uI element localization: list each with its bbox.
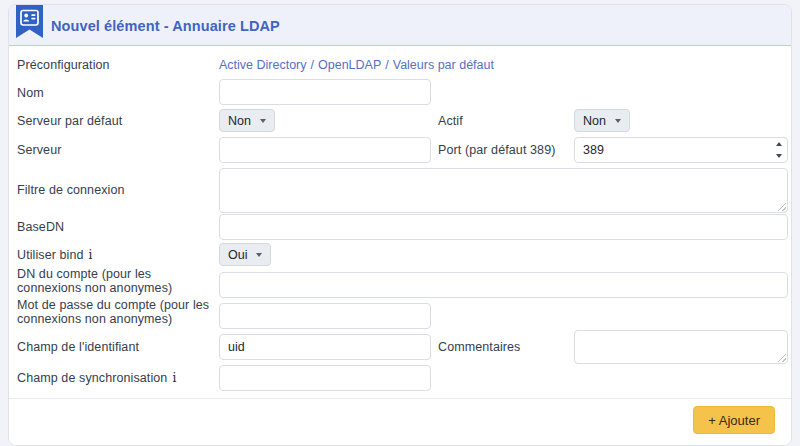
commentaires-textarea[interactable]: [574, 330, 788, 364]
stepper-up-icon[interactable]: [776, 142, 782, 146]
card-header: Nouvel élément - Annuaire LDAP: [9, 5, 791, 46]
preset-link-defaults[interactable]: Valeurs par défaut: [393, 58, 494, 72]
stepper-down-icon[interactable]: [776, 154, 782, 158]
serveur-par-defaut-select[interactable]: Non: [219, 109, 275, 132]
actif-select[interactable]: Non: [574, 109, 630, 132]
preset-link-openldap[interactable]: OpenLDAP: [318, 58, 381, 72]
serveur-input[interactable]: [219, 137, 431, 163]
champ-synchronisation-label: Champ de synchronisationi: [17, 371, 176, 385]
mot-de-passe-input[interactable]: [219, 303, 431, 329]
port-field: [574, 137, 788, 163]
filtre-connexion-textarea[interactable]: [219, 168, 788, 213]
info-icon: i: [89, 248, 93, 262]
preset-link-separator: /: [311, 58, 314, 72]
ldap-form-card: Nouvel élément - Annuaire LDAP Préconfig…: [8, 4, 792, 446]
card-footer: + Ajouter: [9, 398, 791, 445]
info-icon: i: [172, 371, 176, 385]
add-button[interactable]: + Ajouter: [693, 406, 775, 434]
page-title: Nouvel élément - Annuaire LDAP: [51, 5, 280, 46]
utiliser-bind-label: Utiliser bindi: [17, 248, 93, 262]
utiliser-bind-value: Oui: [228, 248, 247, 262]
mot-de-passe-label: Mot de passe du compte (pour les connexi…: [17, 298, 217, 326]
dn-compte-label: DN du compte (pour les connexions non an…: [17, 267, 217, 295]
serveur-par-defaut-value: Non: [228, 114, 251, 128]
preset-link-active-directory[interactable]: Active Directory: [219, 58, 307, 72]
filtre-connexion-field: [219, 168, 788, 213]
commentaires-field: [574, 330, 788, 364]
serveur-par-defaut-label: Serveur par défaut: [17, 114, 122, 128]
commentaires-label: Commentaires: [438, 340, 520, 354]
serveur-label: Serveur: [17, 143, 61, 157]
port-label: Port (par défaut 389): [438, 143, 555, 157]
chevron-down-icon: [615, 119, 621, 123]
port-stepper[interactable]: [773, 139, 785, 161]
champ-identifiant-input[interactable]: [219, 334, 431, 360]
preset-link-separator: /: [385, 58, 388, 72]
basedn-input[interactable]: [219, 214, 788, 240]
actif-value: Non: [583, 114, 606, 128]
preconfiguration-label: Préconfiguration: [17, 58, 110, 72]
actif-label: Actif: [438, 114, 463, 128]
chevron-down-icon: [256, 253, 262, 257]
chevron-down-icon: [260, 119, 266, 123]
port-input[interactable]: [574, 137, 788, 163]
nom-label: Nom: [17, 86, 44, 100]
utiliser-bind-select[interactable]: Oui: [219, 243, 271, 266]
nom-input[interactable]: [219, 79, 431, 105]
champ-identifiant-label: Champ de l'identifiant: [17, 340, 139, 354]
filtre-connexion-label: Filtre de connexion: [17, 183, 125, 197]
dn-compte-input[interactable]: [219, 272, 788, 298]
champ-synchronisation-input[interactable]: [219, 365, 431, 391]
preconfiguration-links: Active Directory/OpenLDAP/Valeurs par dé…: [219, 58, 494, 72]
basedn-label: BaseDN: [17, 220, 64, 234]
address-card-bookmark-icon: [16, 5, 43, 39]
